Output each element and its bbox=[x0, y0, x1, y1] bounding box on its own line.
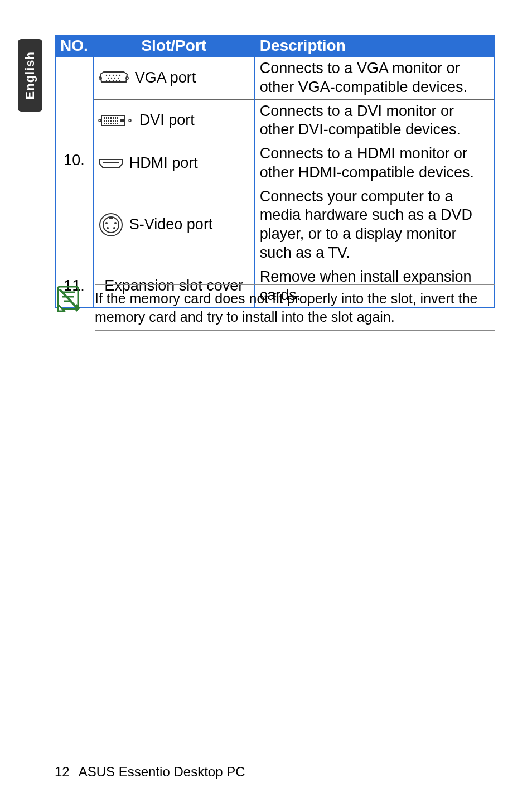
svg-point-12 bbox=[109, 80, 110, 81]
note-text: If the memory card does not fit properly… bbox=[95, 284, 495, 331]
svg-rect-28 bbox=[108, 120, 109, 122]
language-tab: English bbox=[18, 39, 42, 112]
vga-port-icon bbox=[98, 70, 129, 86]
cell-slot-svideo: S-Video port bbox=[93, 185, 255, 265]
footer: 12 ASUS Essentio Desktop PC bbox=[55, 764, 245, 780]
svg-rect-21 bbox=[108, 117, 109, 119]
svg-rect-23 bbox=[113, 117, 114, 119]
svg-point-11 bbox=[106, 80, 107, 81]
svg-rect-40 bbox=[120, 119, 124, 122]
th-slot: Slot/Port bbox=[93, 35, 255, 56]
svg-point-7 bbox=[108, 78, 109, 79]
svg-point-13 bbox=[113, 80, 114, 81]
slot-label: HDMI port bbox=[129, 154, 198, 173]
svg-point-14 bbox=[116, 80, 117, 81]
svg-rect-38 bbox=[115, 123, 116, 124]
svg-rect-25 bbox=[117, 117, 118, 119]
cell-desc-dvi: Connects to a DVI monitor or other DVI-c… bbox=[255, 99, 495, 142]
svg-point-10 bbox=[118, 78, 119, 79]
svg-point-9 bbox=[114, 78, 115, 79]
svg-point-18 bbox=[129, 119, 131, 122]
svg-rect-33 bbox=[104, 123, 105, 124]
svg-point-47 bbox=[107, 227, 109, 229]
page-number: 12 bbox=[55, 764, 70, 780]
svg-rect-27 bbox=[106, 120, 107, 122]
svg-rect-22 bbox=[110, 117, 112, 119]
slot-label: S-Video port bbox=[129, 215, 213, 234]
svg-point-45 bbox=[105, 222, 108, 224]
footer-divider bbox=[55, 758, 495, 758]
slot-label: DVI port bbox=[139, 111, 195, 130]
cell-slot-hdmi: HDMI port bbox=[93, 142, 255, 185]
svg-rect-39 bbox=[117, 123, 118, 124]
svg-rect-30 bbox=[113, 120, 114, 122]
table-row: HDMI port Connects to a HDMI monitor or … bbox=[55, 142, 495, 185]
svg-point-46 bbox=[114, 222, 117, 224]
footer-title: ASUS Essentio Desktop PC bbox=[79, 764, 245, 780]
svg-point-15 bbox=[119, 80, 120, 81]
svg-rect-44 bbox=[109, 217, 113, 219]
svg-rect-34 bbox=[106, 123, 107, 124]
cell-desc-hdmi: Connects to a HDMI monitor or other HDMI… bbox=[255, 142, 495, 185]
svg-point-8 bbox=[111, 78, 112, 79]
cell-no-10: 10. bbox=[55, 56, 93, 265]
svg-rect-26 bbox=[104, 120, 105, 122]
dvi-port-icon bbox=[98, 112, 134, 129]
svg-rect-32 bbox=[117, 120, 118, 122]
svg-rect-19 bbox=[104, 117, 105, 119]
table-row: S-Video port Connects your computer to a… bbox=[55, 185, 495, 265]
svg-rect-20 bbox=[106, 117, 107, 119]
svg-point-43 bbox=[103, 217, 119, 233]
svg-rect-31 bbox=[115, 120, 116, 122]
th-desc: Description bbox=[255, 35, 495, 56]
svg-point-17 bbox=[99, 119, 101, 122]
hdmi-port-icon bbox=[98, 157, 124, 170]
cell-slot-dvi: DVI port bbox=[93, 99, 255, 142]
svg-point-48 bbox=[113, 227, 115, 229]
svg-rect-29 bbox=[110, 120, 112, 122]
svg-rect-37 bbox=[113, 123, 114, 124]
svg-rect-35 bbox=[108, 123, 109, 124]
ports-table: NO. Slot/Port Description 10. bbox=[55, 35, 495, 308]
svg-point-6 bbox=[119, 75, 120, 76]
slot-label: VGA port bbox=[135, 69, 196, 88]
cell-desc-svideo: Connects your computer to a media hardwa… bbox=[255, 185, 495, 265]
cell-desc-vga: Connects to a VGA monitor or other VGA-c… bbox=[255, 56, 495, 99]
language-tab-label: English bbox=[23, 51, 37, 99]
th-no: NO. bbox=[55, 35, 93, 56]
svg-point-3 bbox=[109, 75, 110, 76]
cell-slot-vga: VGA port bbox=[93, 56, 255, 99]
table-row: DVI port Connects to a DVI monitor or ot… bbox=[55, 99, 495, 142]
svg-rect-36 bbox=[110, 123, 112, 124]
svg-point-5 bbox=[116, 75, 117, 76]
table-row: 10. bbox=[55, 56, 495, 99]
svg-rect-24 bbox=[115, 117, 116, 119]
svideo-port-icon bbox=[98, 212, 124, 238]
svg-point-2 bbox=[106, 75, 107, 76]
note-block: If the memory card does not fit properly… bbox=[55, 284, 495, 331]
note-icon bbox=[55, 284, 83, 312]
svg-point-4 bbox=[113, 75, 114, 76]
